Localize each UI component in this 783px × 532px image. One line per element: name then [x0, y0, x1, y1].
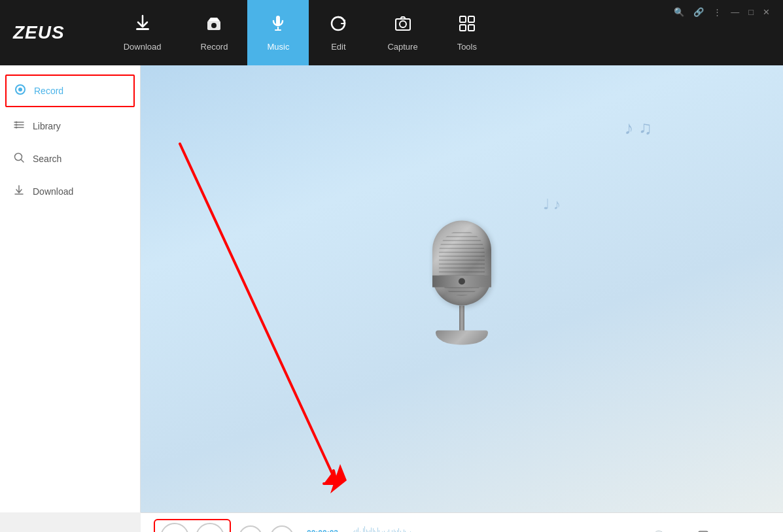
- nav-download-label: Download: [124, 42, 162, 52]
- maximize-button[interactable]: □: [748, 8, 754, 16]
- nav-download[interactable]: Download: [104, 0, 181, 65]
- svg-rect-11: [460, 25, 466, 31]
- nav-music[interactable]: Music: [247, 0, 309, 65]
- sidebar-item-record[interactable]: Record: [5, 75, 135, 107]
- time-display: 00:00:03 116KB: [307, 529, 338, 532]
- svg-point-8: [400, 21, 406, 27]
- microphone-illustration: [432, 221, 491, 345]
- capture-nav-icon: [393, 14, 413, 38]
- waveform-bar: [383, 529, 384, 532]
- export-icon[interactable]: [697, 530, 709, 533]
- waveform-bar: [371, 527, 372, 532]
- music-nav-icon: [268, 14, 288, 38]
- sidebar: Record Library: [0, 65, 141, 512]
- window-controls: 🔍 🔗 ⋮ — □ ✕: [674, 8, 770, 16]
- waveform-bar: [394, 529, 394, 532]
- waveform-bar: [400, 529, 400, 532]
- search-btn[interactable]: 🔍: [674, 8, 684, 16]
- waveform-bar: [372, 526, 373, 533]
- music-notes-decoration: ♪ ♫: [624, 118, 652, 139]
- svg-point-2: [211, 23, 217, 28]
- search-sidebar-icon: [13, 152, 25, 166]
- svg-rect-12: [468, 25, 474, 31]
- nav-tools-label: Tools: [457, 42, 477, 52]
- more-btn[interactable]: ⋮: [713, 8, 722, 16]
- waveform-bar: [366, 529, 367, 533]
- minimize-button[interactable]: —: [731, 8, 739, 16]
- nav-edit[interactable]: Edit: [309, 0, 368, 65]
- sidebar-item-library[interactable]: Library: [0, 110, 140, 142]
- nav-record-label: Record: [201, 42, 228, 52]
- mic-band: [432, 276, 491, 288]
- waveform-bar: [366, 527, 366, 532]
- waveform-bar: [373, 528, 374, 532]
- waveform-bar: [377, 529, 377, 532]
- pause-button[interactable]: [196, 523, 224, 532]
- waveform-bar: [393, 528, 394, 532]
- nav-capture[interactable]: Capture: [368, 0, 437, 65]
- right-controls: 🔊 🎙 🕐 00:00:00: [650, 530, 770, 533]
- nav-items: Download Record Music: [104, 0, 770, 65]
- svg-line-22: [21, 159, 24, 162]
- highlighted-stop-pause: [154, 519, 231, 532]
- topnav: ZEUS Download Record: [0, 0, 783, 65]
- current-time: 00:00:03: [307, 529, 338, 532]
- close-button[interactable]: ✕: [763, 8, 770, 16]
- sidebar-library-label: Library: [33, 121, 61, 131]
- waveform-bar: [364, 526, 365, 533]
- library-sidebar-icon: [13, 119, 25, 133]
- content-area: ♪ ♫ ♩ ♪: [141, 65, 783, 512]
- arrow-annotation: [154, 131, 363, 512]
- music-notes-decoration-2: ♩ ♪: [543, 196, 561, 213]
- waveform-bar: [363, 528, 364, 532]
- waveform-bar: [357, 529, 357, 533]
- waveform-bar: [404, 529, 404, 532]
- nav-tools[interactable]: Tools: [438, 0, 496, 65]
- waveform-bar: [398, 528, 399, 532]
- download-sidebar-icon: [13, 184, 25, 199]
- svg-point-14: [18, 88, 22, 91]
- record-sidebar-icon: [14, 84, 26, 98]
- mic-neck: [459, 306, 464, 332]
- sidebar-search-label: Search: [33, 154, 61, 164]
- mic-band-dot: [459, 278, 465, 285]
- svg-rect-10: [468, 16, 474, 22]
- svg-point-18: [16, 122, 18, 124]
- svg-rect-5: [275, 29, 281, 31]
- tools-nav-icon: [457, 14, 477, 38]
- nav-music-label: Music: [267, 42, 289, 52]
- share-btn[interactable]: 🔗: [693, 8, 704, 16]
- play-button[interactable]: [239, 525, 262, 532]
- record-nav-icon: [204, 14, 224, 38]
- skip-button[interactable]: [270, 525, 294, 532]
- stop-button[interactable]: [160, 523, 189, 532]
- main-area: Record Library: [0, 65, 783, 512]
- playback-bar: 00:00:03 116KB 🔊 🎙 🕐 00:00:00: [141, 512, 783, 532]
- sidebar-download-label: Download: [33, 186, 73, 197]
- svg-rect-9: [460, 16, 466, 22]
- svg-point-19: [16, 124, 18, 126]
- waveform-bar: [377, 527, 378, 532]
- app-logo: ZEUS: [13, 22, 65, 43]
- sidebar-record-label: Record: [34, 86, 63, 96]
- download-nav-icon: [133, 14, 152, 38]
- waveform-bar: [358, 527, 358, 532]
- waveform-bar: [389, 529, 389, 532]
- edit-nav-icon: [328, 14, 348, 38]
- mic-body: [432, 221, 491, 306]
- svg-rect-4: [277, 27, 279, 29]
- nav-record[interactable]: Record: [181, 0, 248, 65]
- mic-base: [436, 331, 488, 345]
- sidebar-item-search[interactable]: Search: [0, 142, 140, 175]
- svg-marker-23: [330, 464, 347, 493]
- nav-edit-label: Edit: [331, 42, 345, 52]
- svg-point-20: [16, 127, 18, 129]
- sidebar-item-download[interactable]: Download: [0, 175, 140, 208]
- svg-rect-0: [136, 28, 149, 30]
- waveform: [351, 524, 642, 532]
- nav-capture-label: Capture: [387, 42, 417, 52]
